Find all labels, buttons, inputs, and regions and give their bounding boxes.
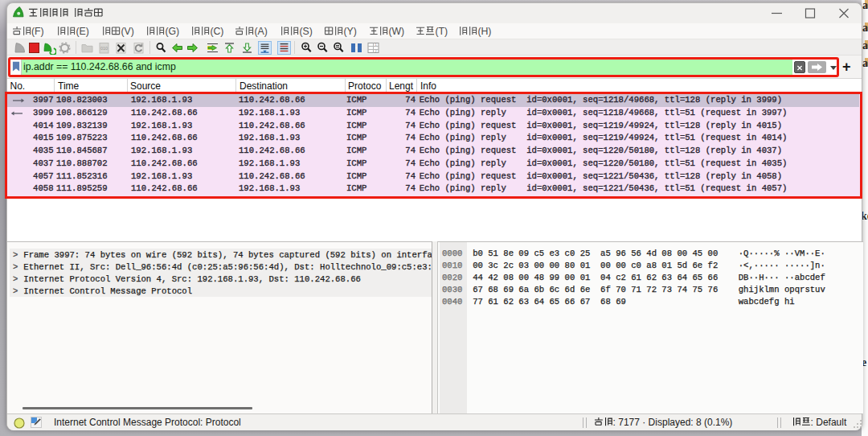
svg-text:010: 010: [100, 46, 108, 51]
